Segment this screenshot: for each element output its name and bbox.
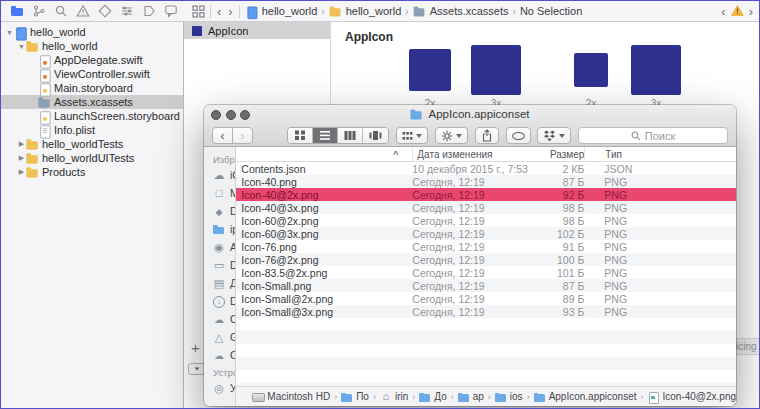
sidebar-item-dropbox[interactable]: Dropbox bbox=[204, 202, 235, 220]
file-type-icon bbox=[14, 26, 26, 38]
file-row[interactable]: Contents.json 10 декабря 2015 г., 7:53 2… bbox=[236, 162, 736, 175]
source-control-icon[interactable] bbox=[32, 4, 46, 18]
sidebar-item-desktop[interactable]: Desktop bbox=[204, 256, 235, 274]
editor-back-button[interactable]: ‹ bbox=[216, 5, 222, 18]
breadcrumb-item[interactable]: No Selection bbox=[520, 5, 582, 17]
search-icon bbox=[631, 131, 641, 141]
path-bar-item[interactable]: Icon-40@2x.png bbox=[647, 391, 736, 402]
sidebar-item-creative-cloud[interactable]: Creative Cl... bbox=[204, 310, 235, 328]
file-name: Icon-60@2x.png bbox=[236, 215, 412, 227]
column-header-name[interactable]: ^ bbox=[236, 149, 412, 159]
issue-navigator-icon[interactable] bbox=[76, 4, 90, 18]
sidebar-item-creative-cloud[interactable]: Creative Cl... bbox=[204, 346, 235, 364]
add-asset-button[interactable]: + bbox=[191, 340, 200, 355]
disclosure-triangle[interactable]: ▶ bbox=[17, 154, 26, 162]
breadcrumb-separator: › bbox=[513, 6, 516, 17]
tree-item[interactable]: ViewController.swift bbox=[1, 67, 183, 81]
tree-item[interactable]: ▶ Products bbox=[1, 165, 183, 179]
share-button[interactable] bbox=[475, 127, 499, 144]
tree-item[interactable]: ▶ hello_worldUITests bbox=[1, 151, 183, 165]
file-type-icon bbox=[26, 152, 38, 164]
tree-item[interactable]: Info.plist bbox=[1, 123, 183, 137]
back-button[interactable]: ‹ bbox=[212, 127, 233, 144]
arrange-button[interactable] bbox=[396, 127, 428, 144]
related-items-icon[interactable] bbox=[191, 4, 205, 18]
asset-list-item-appicon[interactable]: AppIcon bbox=[184, 22, 330, 39]
sidebar-item-label: Downloads bbox=[230, 295, 235, 307]
disclosure-triangle[interactable]: ▶ bbox=[17, 140, 26, 148]
disclosure-triangle[interactable]: ▼ bbox=[5, 29, 14, 36]
path-bar-item[interactable]: До bbox=[419, 391, 446, 402]
breadcrumb-item[interactable]: hello_world bbox=[245, 5, 318, 18]
appicon-tile-3x[interactable] bbox=[471, 45, 521, 95]
breadcrumb-item[interactable]: Assets.xcassets bbox=[413, 5, 509, 18]
path-bar-item[interactable]: Macintosh HD bbox=[252, 391, 330, 402]
file-row[interactable]: Icon-40@2x.png Сегодня, 12:19 92 Б PNG bbox=[236, 188, 736, 201]
disclosure-triangle[interactable]: ▶ bbox=[17, 168, 26, 176]
sidebar-item-documents[interactable]: Документы bbox=[204, 274, 235, 292]
sidebar-item-airdrop[interactable]: AirDrop bbox=[204, 238, 235, 256]
sidebar-item-folder[interactable]: ipad_197 bbox=[204, 220, 235, 238]
sidebar-item-my-files[interactable]: Мои файлы bbox=[204, 184, 235, 202]
path-bar-item[interactable]: По bbox=[341, 391, 369, 402]
finder-file-pane: ^ Дата изменения Размер Тип Contents.jso… bbox=[236, 147, 736, 406]
path-bar-item[interactable]: ap bbox=[458, 391, 484, 402]
path-bar-item[interactable]: ios bbox=[495, 391, 523, 402]
appicon-tile-2x[interactable] bbox=[409, 49, 451, 91]
file-row[interactable]: Icon-76.png Сегодня, 12:19 91 Б PNG bbox=[236, 240, 736, 253]
filter-assets-button[interactable] bbox=[188, 363, 205, 375]
sidebar-item-downloads[interactable]: Downloads bbox=[204, 292, 235, 310]
column-header-type[interactable]: Тип bbox=[584, 147, 736, 161]
file-type: PNG bbox=[584, 293, 736, 305]
next-issue-button[interactable]: › bbox=[748, 5, 754, 18]
breakpoint-navigator-icon[interactable] bbox=[142, 4, 156, 18]
disclosure-triangle[interactable]: ▼ bbox=[17, 43, 26, 50]
test-navigator-icon[interactable] bbox=[98, 4, 112, 18]
column-header-date[interactable]: Дата изменения bbox=[412, 147, 522, 161]
debug-navigator-icon[interactable] bbox=[120, 4, 134, 18]
file-row[interactable]: Icon-Small.png Сегодня, 12:19 87 Б PNG bbox=[236, 279, 736, 292]
report-navigator-icon[interactable] bbox=[164, 4, 178, 18]
file-row[interactable]: Icon-Small@3x.png Сегодня, 12:19 93 Б PN… bbox=[236, 305, 736, 318]
sidebar-item-remote-disc[interactable]: Удаленны... bbox=[204, 379, 235, 397]
show-slicing-button-fragment[interactable]: icing bbox=[736, 338, 760, 355]
file-row[interactable]: Icon-40.png Сегодня, 12:19 87 Б PNG bbox=[236, 175, 736, 188]
warning-icon[interactable] bbox=[731, 5, 744, 18]
tree-item[interactable]: Main.storyboard bbox=[1, 81, 183, 95]
file-row[interactable]: Icon-40@3x.png Сегодня, 12:19 98 Б PNG bbox=[236, 201, 736, 214]
previous-issue-button[interactable]: ‹ bbox=[720, 5, 726, 18]
breadcrumb-item[interactable]: hello_world bbox=[329, 5, 402, 18]
path-bar-item[interactable]: AppIcon.appiconset bbox=[534, 391, 637, 402]
search-navigator-icon[interactable] bbox=[54, 4, 68, 18]
file-row[interactable]: Icon-76@2x.png Сегодня, 12:19 100 Б PNG bbox=[236, 253, 736, 266]
path-bar-item[interactable]: irin bbox=[380, 391, 408, 402]
sidebar-item-google-drive[interactable]: Google Ди... bbox=[204, 328, 235, 346]
action-gear-button[interactable] bbox=[435, 127, 468, 144]
forward-button[interactable]: › bbox=[232, 127, 253, 144]
tree-item[interactable]: LaunchScreen.storyboard bbox=[1, 109, 183, 123]
tree-item[interactable]: ▼ hello_world bbox=[1, 25, 183, 39]
tree-item[interactable]: ▼ hello_world bbox=[1, 39, 183, 53]
tree-item[interactable]: ▶ hello_worldTests bbox=[1, 137, 183, 151]
list-view-button[interactable] bbox=[313, 128, 338, 143]
tree-item-label: hello_worldUITests bbox=[42, 152, 134, 164]
file-row[interactable]: Icon-60@3x.png Сегодня, 12:19 102 Б PNG bbox=[236, 227, 736, 240]
file-name: Icon-Small@2x.png bbox=[236, 293, 412, 305]
column-header-size[interactable]: Размер bbox=[522, 149, 584, 160]
tree-item[interactable]: AppDelegate.swift bbox=[1, 53, 183, 67]
file-row[interactable]: Icon-60@2x.png Сегодня, 12:19 98 Б PNG bbox=[236, 214, 736, 227]
appicon-tile-3x[interactable] bbox=[631, 45, 681, 95]
icon-view-button[interactable] bbox=[288, 128, 313, 143]
sidebar-item-icloud[interactable]: iCloud Drive bbox=[204, 166, 235, 184]
file-row[interactable]: Icon-Small@2x.png Сегодня, 12:19 89 Б PN… bbox=[236, 292, 736, 305]
column-view-button[interactable] bbox=[338, 128, 363, 143]
search-input[interactable]: Поиск bbox=[578, 127, 728, 144]
tags-button[interactable] bbox=[506, 127, 531, 144]
tree-item[interactable]: Assets.xcassets bbox=[1, 95, 183, 109]
file-row[interactable]: Icon-83.5@2x.png Сегодня, 12:19 101 Б PN… bbox=[236, 266, 736, 279]
editor-forward-button[interactable]: › bbox=[227, 5, 233, 18]
dropbox-toolbar-button[interactable] bbox=[537, 127, 571, 144]
coverflow-view-button[interactable] bbox=[363, 128, 388, 143]
project-navigator-icon[interactable] bbox=[10, 4, 24, 18]
appicon-tile-2x[interactable] bbox=[574, 53, 608, 87]
